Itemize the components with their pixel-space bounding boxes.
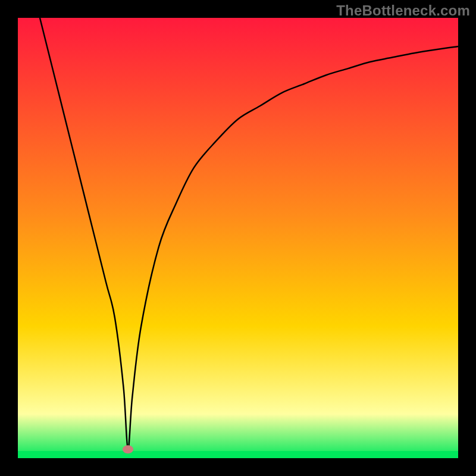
plot-background xyxy=(18,18,458,458)
bottleneck-chart xyxy=(0,0,476,476)
green-baseline xyxy=(18,451,458,458)
watermark-text: TheBottleneck.com xyxy=(336,2,470,19)
optimum-marker xyxy=(123,445,133,453)
chart-container: TheBottleneck.com xyxy=(0,0,476,476)
